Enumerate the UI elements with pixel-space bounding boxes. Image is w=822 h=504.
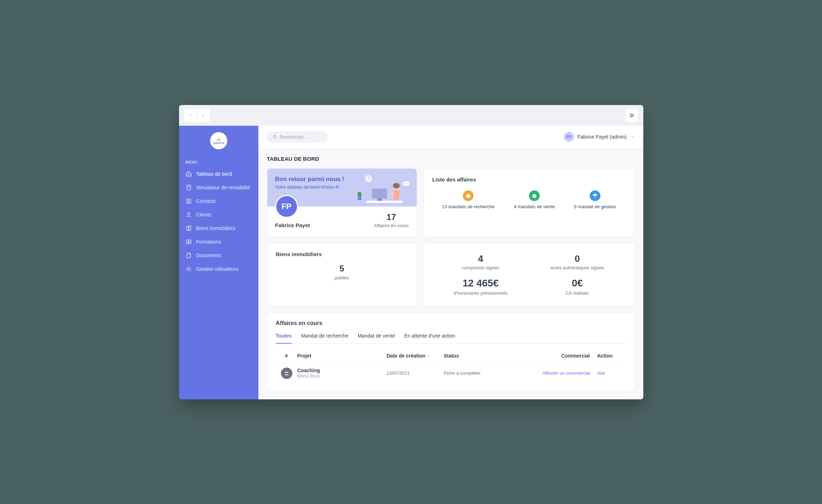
welcome-user-name: Fabrice Payet bbox=[275, 222, 310, 228]
tab-toutes[interactable]: Toutes bbox=[276, 333, 292, 344]
building-icon bbox=[185, 225, 192, 231]
svg-marker-19 bbox=[188, 241, 190, 243]
col-date-label: Date de création bbox=[387, 353, 426, 359]
search-box[interactable] bbox=[267, 131, 328, 143]
app-body: VISION-R MENU Tableau de bord Simulateur… bbox=[179, 126, 643, 399]
col-commercial: Commercial bbox=[530, 353, 597, 359]
sidebar-item-contacts[interactable]: Contacts bbox=[179, 194, 258, 208]
svg-point-13 bbox=[188, 213, 190, 215]
svg-point-38 bbox=[285, 371, 287, 373]
sliders-icon bbox=[629, 113, 635, 118]
mandats-card: Liste des affaires 13 mandats de recherc… bbox=[424, 168, 635, 236]
mandat-vente[interactable]: 4 mandats de vente bbox=[514, 190, 555, 209]
tab-attente[interactable]: En attente d'une action bbox=[404, 333, 455, 343]
row-action-link[interactable]: Voir bbox=[597, 370, 626, 376]
mid-row: Biens immobiliers 5 publiés 4 compromis … bbox=[267, 243, 635, 306]
top-row: Bon retour parmi nous ! Votre tableau de… bbox=[267, 168, 635, 236]
home-icon bbox=[185, 171, 192, 177]
svg-point-21 bbox=[273, 135, 276, 138]
avatar-large: FP bbox=[275, 195, 298, 218]
stats-left: 4 compromis signés 12 465€ d'honoraires … bbox=[432, 253, 529, 296]
tab-vente[interactable]: Mandat de vente bbox=[358, 333, 395, 343]
calculator-icon bbox=[185, 184, 192, 191]
users-icon bbox=[284, 370, 289, 376]
nav-forward-button[interactable] bbox=[197, 109, 210, 122]
svg-rect-32 bbox=[391, 193, 394, 195]
svg-point-3 bbox=[632, 115, 633, 116]
svg-rect-28 bbox=[377, 199, 382, 201]
ca-label: CA réalisés bbox=[529, 290, 626, 296]
sidebar-item-formations[interactable]: Formations bbox=[179, 235, 258, 249]
mandats-title: Liste des affaires bbox=[432, 176, 626, 183]
tab-recherche[interactable]: Mandat de recherche bbox=[301, 333, 348, 343]
col-status: Status bbox=[444, 353, 530, 359]
sidebar-item-simulator[interactable]: Simulateur de rentabilité bbox=[179, 181, 258, 194]
svg-line-22 bbox=[276, 138, 276, 138]
logo[interactable]: VISION-R bbox=[179, 129, 258, 156]
honoraires-amount: 12 465€ bbox=[432, 278, 529, 289]
col-action: Action bbox=[597, 353, 626, 359]
svg-point-5 bbox=[630, 116, 632, 117]
sidebar-item-properties[interactable]: Biens immobiliers bbox=[179, 221, 258, 235]
gear-icon bbox=[185, 266, 192, 272]
affaires-card: Affaires en cours Toutes Mandat de reche… bbox=[267, 313, 635, 391]
actes-label: actes authentiques signés bbox=[529, 265, 626, 270]
logo-circle: VISION-R bbox=[210, 132, 227, 149]
svg-point-1 bbox=[630, 114, 632, 115]
affaires-count: 17 bbox=[374, 212, 408, 222]
contact-icon bbox=[185, 198, 192, 204]
sidebar-item-label: Biens immobiliers bbox=[196, 225, 236, 231]
mandat-recherche[interactable]: 13 mandats de recherche bbox=[442, 190, 494, 209]
row-commercial-link[interactable]: Affecter un commercial bbox=[530, 370, 597, 376]
ca-amount: 0€ bbox=[529, 278, 626, 289]
col-hash: # bbox=[276, 353, 297, 359]
user-name: Fabrice Payet (admin) bbox=[578, 134, 627, 140]
logo-text: VISION-R bbox=[213, 142, 224, 144]
window: VISION-R MENU Tableau de bord Simulateur… bbox=[179, 105, 643, 399]
avatar: FP bbox=[564, 132, 574, 142]
table-row: Coaching Mario Bros 13/07/2021 Fiche à c… bbox=[276, 363, 626, 383]
sidebar-item-documents[interactable]: Documents bbox=[179, 249, 258, 262]
affaires-stat: 17 Affaires en cours bbox=[374, 209, 408, 228]
biens-card: Biens immobiliers 5 publiés bbox=[267, 243, 417, 306]
sidebar-item-dashboard[interactable]: Tableau de bord bbox=[179, 167, 258, 181]
row-date: 13/07/2021 bbox=[387, 370, 444, 376]
svg-point-36 bbox=[407, 183, 408, 184]
biens-label: publiés bbox=[276, 275, 408, 280]
house-sale-icon bbox=[529, 190, 540, 201]
chevron-right-icon bbox=[201, 113, 206, 118]
chevron-down-icon bbox=[427, 354, 430, 358]
sidebar-item-users[interactable]: Gestion utilisateurs bbox=[179, 262, 258, 276]
mandat-gestion[interactable]: 0 mandat de gestion bbox=[574, 190, 616, 209]
mandat-label: 13 mandats de recherche bbox=[442, 204, 494, 209]
sidebar-item-label: Gestion utilisateurs bbox=[196, 266, 239, 272]
settings-button[interactable] bbox=[625, 109, 638, 122]
sidebar-item-label: Simulateur de rentabilité bbox=[196, 185, 250, 190]
sidebar-item-clients[interactable]: Clients bbox=[179, 208, 258, 221]
topbar: FP Fabrice Payet (admin) bbox=[258, 126, 643, 149]
mandats-row: 13 mandats de recherche 4 mandats de ven… bbox=[432, 190, 626, 209]
row-avatar bbox=[281, 368, 292, 379]
tabs: Toutes Mandat de recherche Mandat de ven… bbox=[276, 333, 626, 344]
chevron-left-icon bbox=[188, 113, 193, 118]
welcome-body: FP Fabrice Payet 17 Affaires en cours bbox=[267, 206, 417, 236]
nav-back-button[interactable] bbox=[184, 109, 197, 122]
user-menu[interactable]: FP Fabrice Payet (admin) bbox=[564, 132, 635, 142]
welcome-subheading: Votre tableau de bord iVision-R bbox=[275, 184, 345, 190]
compromis-label: compromis signés bbox=[432, 265, 529, 270]
sidebar-item-label: Contacts bbox=[196, 198, 216, 204]
house-search-icon bbox=[463, 190, 474, 201]
svg-point-34 bbox=[403, 183, 404, 184]
affaires-label: Affaires en cours bbox=[374, 223, 408, 228]
col-projet: Projet bbox=[297, 353, 387, 359]
actes-count: 0 bbox=[529, 253, 626, 264]
welcome-heading: Bon retour parmi nous ! bbox=[275, 176, 345, 183]
menu-label: MENU bbox=[179, 156, 258, 167]
mandat-label: 4 mandats de vente bbox=[514, 204, 555, 209]
col-date[interactable]: Date de création bbox=[387, 353, 444, 359]
compromis-count: 4 bbox=[432, 253, 529, 264]
search-input[interactable] bbox=[279, 134, 322, 140]
svg-rect-31 bbox=[393, 190, 399, 200]
house-icon bbox=[216, 137, 222, 142]
row-status: Fiche à compléter bbox=[444, 370, 530, 376]
